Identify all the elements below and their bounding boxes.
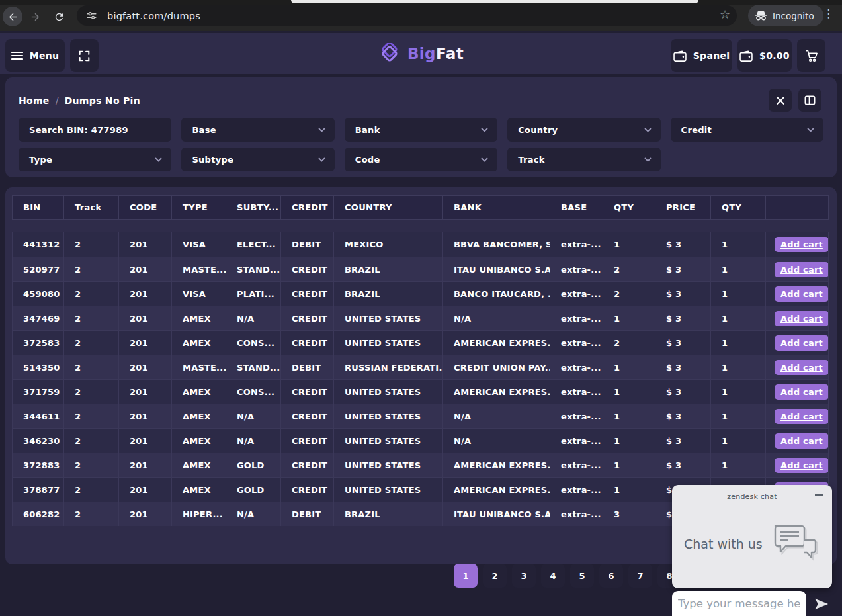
cell-bank: N/A bbox=[443, 306, 550, 330]
cell-track: 2 bbox=[64, 306, 119, 330]
column-header: QTY bbox=[711, 196, 766, 219]
zendesk-chat-brand: zendesk chat bbox=[672, 492, 832, 501]
balance-button[interactable]: $0.00 bbox=[737, 39, 792, 72]
cell-subtype: STAND... bbox=[226, 355, 281, 379]
cell-subtype: GOLD bbox=[226, 478, 281, 502]
chat-minimize-button[interactable] bbox=[815, 494, 823, 496]
site-settings-icon[interactable] bbox=[85, 9, 98, 22]
fullscreen-icon bbox=[79, 50, 90, 62]
browser-forward-button[interactable] bbox=[25, 7, 45, 26]
filter-label: Code bbox=[355, 155, 380, 165]
filter-label: Type bbox=[29, 155, 52, 165]
filter-code-dropdown[interactable]: Code bbox=[345, 148, 497, 171]
cell-country: UNITED STATES bbox=[334, 478, 443, 502]
pagination-page-button[interactable]: 2 bbox=[483, 564, 507, 588]
cell-bin: 372883 bbox=[12, 453, 64, 477]
back-arrow-icon bbox=[7, 11, 19, 22]
add-cart-button[interactable]: Add cart bbox=[775, 360, 829, 375]
cell-code: 201 bbox=[119, 404, 172, 428]
cell-bank: BBVA BANCOMER, S... bbox=[443, 232, 550, 257]
chat-message-input[interactable] bbox=[672, 597, 806, 610]
send-arrow-icon bbox=[814, 597, 829, 611]
fullscreen-button[interactable] bbox=[70, 39, 99, 72]
add-cart-button[interactable]: Add cart bbox=[775, 409, 829, 424]
cart-button[interactable] bbox=[797, 39, 825, 72]
filter-credit-dropdown[interactable]: Credit bbox=[671, 118, 823, 142]
incognito-badge: Incognito bbox=[748, 5, 823, 26]
cell-country: BRAZIL bbox=[334, 257, 443, 281]
filter-label: Subtype bbox=[192, 155, 233, 165]
cell-subtype: CONS... bbox=[226, 380, 281, 404]
column-header: COUNTRY bbox=[334, 196, 443, 219]
filter-base-dropdown[interactable]: Base bbox=[181, 118, 334, 142]
cell-qty: 2 bbox=[603, 257, 655, 281]
cell-code: 201 bbox=[119, 282, 172, 306]
cell-price: $ 3 bbox=[655, 306, 711, 330]
cell-track: 2 bbox=[64, 355, 119, 379]
add-cart-button[interactable]: Add cart bbox=[775, 384, 829, 400]
cell-base: extra-... bbox=[550, 429, 603, 453]
pagination-page-button[interactable]: 7 bbox=[628, 564, 652, 588]
browser-reload-button[interactable] bbox=[49, 7, 69, 26]
cell-base: extra-... bbox=[550, 478, 603, 502]
pagination-page-button[interactable]: 5 bbox=[570, 564, 594, 588]
search-bin-input[interactable] bbox=[19, 118, 171, 142]
cell-country: BRAZIL bbox=[334, 502, 443, 526]
add-cart-button[interactable]: Add cart bbox=[775, 335, 829, 351]
cell-base: extra-... bbox=[550, 306, 603, 330]
cell-qty-input: 1 bbox=[711, 232, 766, 257]
filter-track-dropdown[interactable]: Track bbox=[507, 148, 660, 171]
incognito-icon bbox=[755, 11, 767, 21]
add-cart-button[interactable]: Add cart bbox=[775, 237, 829, 252]
filter-subtype-dropdown[interactable]: Subtype bbox=[181, 148, 334, 171]
pagination-page-button[interactable]: 1 bbox=[454, 564, 478, 588]
cell-price: $ 3 bbox=[655, 257, 711, 281]
cell-country: UNITED STATES bbox=[334, 453, 443, 477]
pagination-page-button[interactable]: 4 bbox=[541, 564, 565, 588]
chevron-down-icon bbox=[481, 128, 488, 132]
column-header: BASE bbox=[550, 196, 603, 219]
chat-send-button[interactable] bbox=[812, 595, 831, 613]
filter-grid: Base Bank Country Credit Type Subtype bbox=[19, 118, 823, 171]
browser-back-button[interactable] bbox=[3, 7, 22, 26]
pagination-page-button[interactable]: 3 bbox=[512, 564, 536, 588]
columns-toggle-button[interactable] bbox=[798, 89, 821, 112]
table-row: 372883 2 201 AMEX GOLD CREDIT UNITED STA… bbox=[12, 453, 829, 477]
cell-type: AMEX bbox=[172, 306, 226, 330]
address-bar[interactable]: bigfatt.com/dumps bbox=[77, 5, 737, 26]
close-filters-button[interactable] bbox=[769, 89, 792, 112]
cell-base: extra-... bbox=[550, 232, 603, 257]
cell-qty: 2 bbox=[603, 331, 655, 355]
filter-country-dropdown[interactable]: Country bbox=[507, 118, 660, 142]
add-cart-button[interactable]: Add cart bbox=[775, 458, 829, 473]
cell-action: Add cart bbox=[766, 429, 829, 453]
cell-type: HIPER... bbox=[172, 502, 226, 526]
bookmark-star-icon[interactable]: ☆ bbox=[720, 7, 730, 21]
chevron-down-icon bbox=[155, 157, 162, 162]
hamburger-icon bbox=[11, 51, 23, 60]
cell-country: UNITED STATES bbox=[334, 429, 443, 453]
browser-menu-icon[interactable]: ⋮ bbox=[823, 7, 834, 20]
cell-credit: CREDIT bbox=[281, 429, 334, 453]
cell-bin: 606282 bbox=[12, 502, 64, 526]
cell-credit: CREDIT bbox=[281, 306, 334, 330]
add-cart-button[interactable]: Add cart bbox=[775, 311, 829, 326]
cell-type: AMEX bbox=[172, 380, 226, 404]
spanel-button-label: Spanel bbox=[693, 50, 730, 61]
search-bin-field[interactable] bbox=[29, 125, 162, 135]
menu-button[interactable]: Menu bbox=[5, 39, 65, 72]
pagination-page-button[interactable]: 6 bbox=[599, 564, 623, 588]
add-cart-button[interactable]: Add cart bbox=[775, 262, 829, 277]
filter-bank-dropdown[interactable]: Bank bbox=[345, 118, 497, 142]
cell-action: Add cart bbox=[766, 404, 829, 428]
spanel-button[interactable]: Spanel bbox=[671, 39, 732, 72]
breadcrumb-home-link[interactable]: Home bbox=[19, 95, 50, 106]
cell-subtype: N/A bbox=[226, 429, 281, 453]
cell-credit: DEBIT bbox=[281, 232, 334, 257]
filter-type-dropdown[interactable]: Type bbox=[19, 148, 171, 171]
cell-action: Add cart bbox=[766, 282, 829, 306]
cell-track: 2 bbox=[64, 331, 119, 355]
add-cart-button[interactable]: Add cart bbox=[775, 286, 829, 302]
add-cart-button[interactable]: Add cart bbox=[775, 433, 829, 449]
table-row: 441312 2 201 VISA ELECT... DEBIT MEXICO … bbox=[12, 232, 829, 257]
